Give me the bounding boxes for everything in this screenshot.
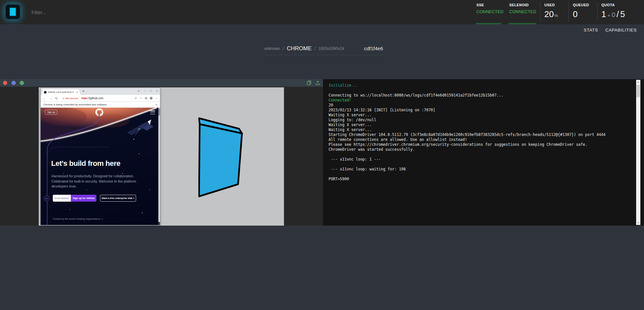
status-cluster: SSE CONNECTED SELENOID CONNECTED USED 20… — [473, 0, 639, 24]
scroll-down-icon[interactable]: ▼ — [636, 221, 640, 225]
remote-chrome-window: GitHub: Let's build from h × + ∨ − □ × ←… — [41, 88, 160, 225]
window-dot-red — [3, 81, 7, 85]
github-favicon-icon — [44, 91, 47, 94]
selenoid-logo-icon — [9, 7, 16, 16]
page-scrollbar-end — [158, 222, 160, 225]
url-scheme: https — [81, 97, 87, 100]
scroll-up-icon[interactable]: ▲ — [636, 80, 640, 84]
quota-pending: 0 — [612, 11, 615, 18]
log-line: --- x11vnc loop: waiting for: 198 — [329, 167, 631, 172]
github-logo-icon[interactable] — [95, 108, 103, 116]
reload-icon[interactable]: ↻ — [55, 97, 58, 100]
new-tab-button[interactable]: + — [82, 89, 84, 93]
bookmark-star-icon[interactable]: ☆ — [139, 97, 142, 100]
session-log-panel: Initialize... Connecting to ws://localho… — [323, 79, 644, 226]
github-signup-button[interactable]: Sign up for GitHub — [71, 195, 96, 202]
minimize-icon[interactable]: − — [144, 89, 146, 93]
session-browser-info: unknown / CHROME / 1920x1080x24 — [264, 45, 344, 52]
tab-title: GitHub: Let's build from h — [48, 91, 75, 93]
log-line: ChromeDriver was started successfully. — [329, 147, 631, 152]
log-scrollbar[interactable]: ▲ ▼ — [636, 80, 640, 225]
log-line: Waiting X server... — [329, 122, 631, 127]
url-text[interactable]: ://github.com — [88, 97, 104, 100]
vnc-titlebar — [0, 79, 323, 87]
used-label: USED — [544, 3, 569, 7]
spaceship-illustration — [128, 120, 153, 135]
page-scrollbar-thumb[interactable] — [158, 108, 160, 116]
selenoid-label: SELENOID — [509, 3, 540, 7]
queued-status: QUEUED 0 — [569, 0, 597, 24]
automation-infobar: Chrome is being controlled by automated … — [41, 101, 160, 108]
log-line: 2023/02/13 14:32:16 [INIT] [Listening on… — [329, 108, 631, 113]
github-page: Sign up Let's build from here Harnessed … — [41, 108, 160, 225]
used-value: 20 — [544, 9, 554, 19]
window-dot-blue — [11, 81, 16, 85]
selenoid-ui-screen: SSE CONNECTED SELENOID CONNECTED USED 20… — [0, 0, 644, 310]
hamburger-menu-icon[interactable] — [150, 111, 155, 115]
webgl-cube — [198, 115, 244, 198]
log-lines: Initialize... Connecting to ws://localho… — [329, 83, 631, 182]
github-tagline: Harnessed for productivity. Designed for… — [51, 174, 136, 189]
tab-groups-icon[interactable]: ⊞ — [145, 97, 147, 100]
sse-status: SSE CONNECTED — [473, 0, 505, 24]
log-line: Waiting X server... — [329, 113, 631, 118]
nav-tabs: STATS CAPABILITIES — [584, 28, 637, 33]
log-line — [329, 88, 631, 93]
share-icon[interactable]: ↗ — [134, 97, 137, 100]
code-badge-icon: <> — [44, 195, 50, 201]
quota-slash: / — [616, 9, 619, 19]
selenoid-logo[interactable] — [5, 4, 20, 19]
vnc-canvas[interactable]: GitHub: Let's build from h × + ∨ − □ × ←… — [39, 87, 284, 226]
header-bar: SSE CONNECTED SELENOID CONNECTED USED 20… — [0, 0, 644, 24]
queued-value: 0 — [573, 9, 597, 19]
session-id: cdf1f4e6 — [364, 46, 383, 51]
browser-tab[interactable]: GitHub: Let's build from h × — [42, 89, 80, 95]
chrome-menu-chevron-icon[interactable]: ∨ — [137, 89, 140, 93]
trusted-orgs-text: Trusted by the world's leading organizat… — [52, 217, 103, 220]
log-line — [329, 152, 631, 157]
window-dot-green — [20, 81, 24, 85]
infobar-text: Chrome is being controlled by automated … — [43, 103, 108, 106]
log-line — [329, 162, 631, 167]
address-bar: ← → ↻ ⚠ Not secure | https ://github.com… — [41, 95, 160, 101]
page-scrollbar[interactable] — [158, 108, 160, 225]
quota-plus: + — [607, 12, 610, 18]
tagline-line: Celebrated for built-in security. Welcom… — [51, 179, 136, 184]
log-line: Please see https://chromedriver.chromium… — [329, 142, 631, 147]
log-line: Connected! — [329, 98, 631, 103]
copy-icon[interactable] — [307, 80, 311, 85]
window-close-icon[interactable]: × — [156, 89, 158, 93]
log-line: Logging to: /dev/null — [329, 118, 631, 122]
chrome-menu-icon[interactable]: ⋮ — [155, 97, 158, 100]
upload-icon[interactable] — [315, 80, 320, 85]
filter-input[interactable] — [31, 6, 169, 18]
selenoid-underline — [509, 23, 536, 24]
log-line: Waiting X server... — [329, 127, 631, 132]
tab-capabilities[interactable]: CAPABILITIES — [605, 28, 637, 33]
not-secure-label[interactable]: Not secure — [66, 97, 78, 100]
back-icon[interactable]: ← — [43, 97, 46, 100]
quota-total: 5 — [620, 9, 625, 19]
tab-stats[interactable]: STATS — [584, 28, 598, 33]
quota-used: 1 — [601, 9, 606, 19]
github-headline: Let's build from here — [51, 159, 120, 168]
tab-close-icon[interactable]: × — [76, 91, 78, 94]
maximize-icon[interactable]: □ — [150, 89, 151, 93]
sse-label: SSE — [476, 3, 505, 7]
session-row[interactable]: unknown / CHROME / 1920x1080x24 cdf1f4e6 — [264, 42, 383, 55]
queued-label: QUEUED — [573, 3, 597, 7]
email-field[interactable] — [53, 195, 71, 202]
quota-status: QUOTA 1+0/5 — [597, 0, 639, 24]
github-signup-link[interactable]: Sign up — [45, 110, 57, 115]
log-scrollbar-thumb[interactable] — [636, 85, 640, 97]
url-divider: | — [79, 97, 80, 100]
log-line: Initialize... — [329, 83, 631, 88]
selenoid-status: SELENOID CONNECTED — [505, 0, 540, 24]
used-status: USED 20% — [540, 0, 569, 24]
profile-avatar[interactable] — [150, 97, 152, 100]
forward-icon[interactable]: → — [49, 97, 52, 100]
enterprise-trial-button[interactable]: Start a free enterprise trial > — [100, 195, 136, 202]
infobar-close-icon[interactable]: × — [156, 103, 157, 106]
quota-label: QUOTA — [601, 3, 639, 7]
log-line: --- x11vnc loop: 1 --- — [329, 157, 631, 162]
